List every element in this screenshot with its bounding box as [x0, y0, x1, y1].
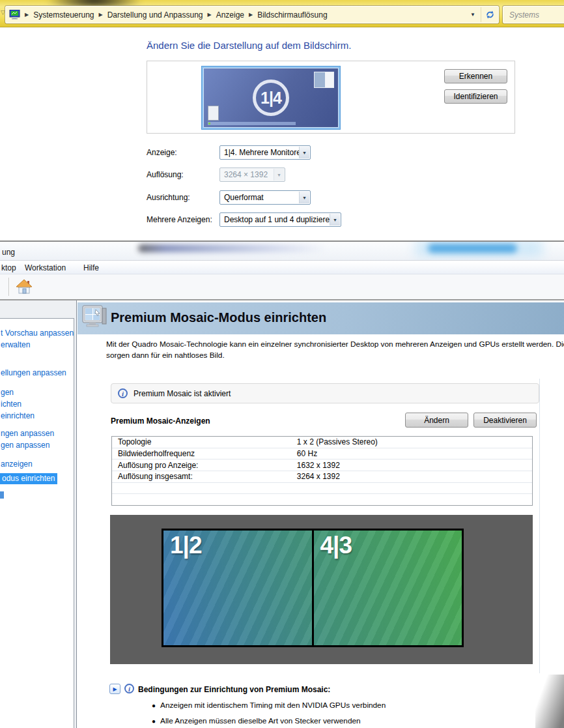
- sidebar-item-7[interactable]: ngen anpassen: [1, 429, 54, 438]
- sidebar-item-2[interactable]: erwalten: [1, 340, 30, 349]
- toolbar: [0, 274, 564, 300]
- condition-item: ●Alle Anzeigen müssen dieselbe Art von S…: [152, 716, 361, 725]
- window-thumbnail: [314, 72, 334, 88]
- sidebar-item-5[interactable]: ichten: [1, 400, 21, 409]
- display-label: Anzeige:: [147, 148, 177, 157]
- display-label: 4|3: [320, 532, 352, 559]
- sidebar-item-8[interactable]: gen anpassen: [1, 441, 49, 450]
- menu-desktop[interactable]: ktop: [1, 263, 16, 272]
- section-label: Premium Mosaic-Anzeigen: [111, 416, 210, 426]
- identify-button[interactable]: Identifizieren: [444, 89, 507, 104]
- monitor-id-badge: 1|4: [253, 80, 289, 116]
- deactivate-button[interactable]: Deaktivieren: [473, 413, 537, 428]
- panel-edge: [539, 379, 540, 673]
- resolution-select: 3264 × 1392 ▼: [219, 167, 285, 182]
- breadcrumb-arrow-icon: ▶: [20, 12, 33, 18]
- breadcrumb-anzeige[interactable]: Anzeige: [216, 10, 244, 20]
- chevron-down-icon: ▼: [299, 147, 309, 158]
- sidebar-item-9[interactable]: anzeigen: [1, 459, 33, 469]
- chevron-down-icon: ▼: [330, 214, 340, 226]
- menu-help[interactable]: Hilfe: [83, 263, 99, 272]
- mosaic-displays: 1|2 4|3: [162, 529, 464, 647]
- bullet-icon: ●: [152, 718, 156, 725]
- sidebar-divider: [76, 300, 77, 728]
- page-title: Premium Mosaic-Modus einrichten: [111, 310, 326, 325]
- screenshot-root: ▽ ▶ Systemsteuerung ▶ Darstellung und An…: [0, 0, 564, 728]
- breadcrumb-bildschirmaufloesung[interactable]: Bildschirmauflösung: [257, 10, 327, 20]
- blurred-text: [138, 244, 328, 252]
- breadcrumb-darstellung[interactable]: Darstellung und Anpassung: [107, 10, 203, 20]
- table-row-empty: [112, 494, 532, 505]
- change-button[interactable]: Ändern: [405, 413, 468, 428]
- sidebar-item-fragment[interactable]: [0, 491, 4, 499]
- window-title: ung: [2, 248, 15, 257]
- multi-display-select-value: Desktop auf 1 und 4 duplizieren: [220, 213, 341, 224]
- bullet-icon: ●: [152, 702, 156, 709]
- monitor-id-label: 1|4: [261, 89, 281, 108]
- blurred-link: [428, 244, 517, 253]
- display-topology-view: 1|2 4|3: [110, 515, 533, 664]
- breadcrumb-arrow-icon: ▶: [203, 12, 216, 18]
- sidebar-item-mosaic-selected[interactable]: odus einrichten: [0, 473, 57, 484]
- description-line-2: sorgen dann für ein nahtloses Bild.: [106, 350, 564, 361]
- display-label: 1|2: [170, 532, 202, 559]
- corner-shadow: [535, 675, 564, 728]
- breadcrumb-arrow-icon: ▶: [94, 12, 107, 18]
- toolbar-divider: [8, 278, 9, 296]
- conditions-title: Bedingungen zur Einrichtung von Premium …: [138, 685, 330, 694]
- sidebar-item-1[interactable]: t Vorschau anpassen: [1, 328, 74, 338]
- row-value: 1632 x 1392: [297, 461, 532, 470]
- row-label: Topologie: [112, 437, 297, 446]
- search-box[interactable]: Systems: [503, 6, 564, 23]
- detect-button[interactable]: Erkennen: [444, 69, 507, 83]
- address-bar[interactable]: ▶ Systemsteuerung ▶ Darstellung und Anpa…: [5, 6, 499, 23]
- page-header-band: Premium Mosaic-Modus einrichten: [78, 302, 564, 334]
- menu-bar: ktop Workstation Hilfe: [0, 262, 564, 274]
- row-label: Bildwiederholfrequenz: [112, 449, 297, 458]
- refresh-icon: [485, 10, 495, 20]
- table-row: Auflösung insgesamt: 3264 x 1392: [112, 471, 532, 483]
- resolution-label: Auflösung:: [147, 170, 184, 179]
- mosaic-settings-table: Topologie 1 x 2 (Passives Stereo) Bildwi…: [111, 436, 533, 506]
- row-value: 1 x 2 (Passives Stereo): [297, 437, 532, 446]
- display-4-3: 4|3: [312, 531, 462, 645]
- row-label: Auflösung insgesamt:: [112, 472, 297, 481]
- sidebar-item-4[interactable]: gen: [1, 388, 14, 397]
- table-row: Topologie 1 x 2 (Passives Stereo): [112, 437, 532, 448]
- nvidia-control-panel-window: ung ktop Workstation Hilfe t Vorschau a: [0, 240, 564, 728]
- sidebar-item-3[interactable]: ellungen anpassen: [1, 368, 66, 377]
- monitor-preview[interactable]: 1|4: [202, 66, 340, 129]
- breadcrumb-systemsteuerung[interactable]: Systemsteuerung: [33, 10, 94, 20]
- display-select[interactable]: 1|4. Mehrere Monitore ▼: [219, 145, 311, 160]
- orientation-select[interactable]: Querformat ▼: [219, 190, 311, 205]
- task-tree-panel: t Vorschau anpassen erwalten ellungen an…: [0, 318, 74, 728]
- task-sidebar: t Vorschau anpassen erwalten ellungen an…: [0, 300, 77, 728]
- condition-item: ●Anzeigen mit identischem Timing mit den…: [152, 701, 386, 710]
- table-row: Auflösung pro Anzeige: 1632 x 1392: [112, 459, 532, 471]
- menu-workstation[interactable]: Workstation: [25, 263, 66, 272]
- monitor-preview-panel: 1|4 Erkennen Identifizieren: [147, 61, 515, 134]
- address-dropdown-caret[interactable]: ▼: [465, 12, 481, 18]
- expander-button[interactable]: ▶: [109, 684, 120, 694]
- table-row-empty: [112, 483, 532, 495]
- form-row-multi-display: Mehrere Anzeigen: Desktop auf 1 und 4 du…: [0, 212, 391, 227]
- multi-display-label: Mehrere Anzeigen:: [147, 215, 212, 224]
- sidebar-item-6[interactable]: einrichten: [1, 411, 35, 420]
- status-message: Premium Mosaic ist aktiviert: [134, 389, 231, 398]
- display-1-2: 1|2: [163, 531, 312, 645]
- home-button[interactable]: [15, 278, 33, 296]
- breadcrumb-arrow-icon: ▶: [244, 12, 257, 18]
- multi-display-select[interactable]: Desktop auf 1 und 4 duplizieren ▼: [219, 212, 341, 227]
- status-bar: i Premium Mosaic ist aktiviert: [111, 383, 539, 403]
- orientation-select-value: Querformat: [220, 191, 310, 202]
- screen-resolution-page: Ändern Sie die Darstellung auf dem Bilds…: [0, 27, 564, 240]
- form-row-display: Anzeige: 1|4. Mehrere Monitore ▼: [0, 145, 391, 160]
- refresh-button[interactable]: [481, 7, 498, 23]
- row-value: 60 Hz: [297, 449, 532, 458]
- mosaic-displays-icon: [81, 304, 109, 332]
- page-title: Ändern Sie die Darstellung auf dem Bilds…: [147, 40, 351, 51]
- document-thumbnail: [208, 106, 219, 121]
- title-bar[interactable]: ung: [0, 242, 564, 261]
- chevron-down-icon: ▽: [1, 9, 5, 16]
- description-line-1: Mit der Quadro Mosaic-Technologie kann e…: [106, 339, 564, 350]
